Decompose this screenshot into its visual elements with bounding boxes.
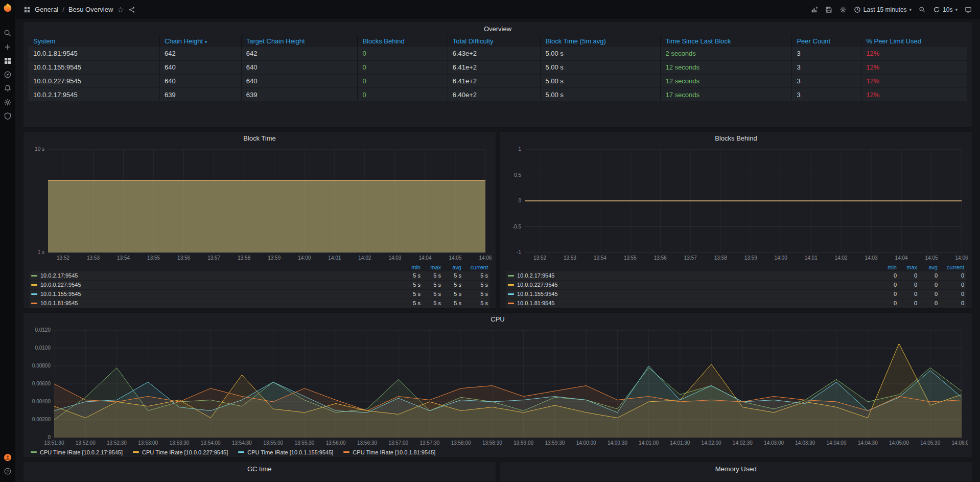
- legend-series-toggle[interactable]: 10.0.1.81:9545: [508, 300, 876, 306]
- svg-text:13:54: 13:54: [594, 255, 606, 261]
- column-header[interactable]: System: [29, 35, 160, 47]
- refresh-interval-label: 10s: [943, 6, 952, 13]
- table-cell: 3: [792, 61, 861, 74]
- dashboard-settings-icon[interactable]: [839, 6, 847, 13]
- sidebar-item-dashboards[interactable]: [0, 54, 15, 67]
- legend-stat-current[interactable]: current: [461, 264, 488, 270]
- table-cell: 6.41e+2: [448, 75, 541, 87]
- cycle-view-mode-icon[interactable]: [965, 6, 972, 13]
- legend-series-toggle[interactable]: CPU Time IRate [10.0.0.227:9545]: [133, 449, 228, 455]
- svg-text:0: 0: [48, 434, 51, 440]
- column-header[interactable]: Chain Height ▾: [160, 35, 242, 47]
- column-header[interactable]: Block Time (5m avg): [541, 35, 661, 47]
- legend-stat-avg[interactable]: avg: [441, 264, 461, 270]
- refresh-picker[interactable]: 10s ▾: [933, 6, 958, 13]
- legend-stat-avg[interactable]: avg: [917, 264, 938, 270]
- legend-series-toggle[interactable]: CPU Time IRate [10.0.1.155:9545]: [238, 449, 333, 455]
- breadcrumb-folder[interactable]: General: [35, 6, 58, 13]
- sidebar-item-create[interactable]: [0, 40, 15, 54]
- legend-stat-max[interactable]: max: [897, 264, 917, 270]
- legend-series-toggle[interactable]: 10.0.2.17:9545: [31, 272, 400, 279]
- legend-series-toggle[interactable]: CPU Time IRate [10.0.1.81:9545]: [343, 449, 435, 455]
- legend-stat-current[interactable]: current: [938, 264, 964, 270]
- panel-title-memory-used[interactable]: Memory Used: [500, 462, 972, 475]
- overview-table-body: 10.0.1.81:954564264206.43e+25.00 s2 seco…: [29, 47, 967, 101]
- chevron-down-icon: ▾: [955, 7, 958, 12]
- panel-title-cpu[interactable]: CPU: [24, 313, 972, 326]
- legend-stat-min[interactable]: min: [400, 264, 421, 270]
- legend-stat-value: 0: [876, 282, 897, 288]
- legend-series-toggle[interactable]: 10.0.1.155:9545: [31, 291, 400, 297]
- grafana-logo[interactable]: [2, 3, 13, 14]
- table-cell: 12%: [861, 61, 967, 74]
- table-cell: 0: [358, 75, 448, 87]
- sidebar-item-configuration[interactable]: [0, 95, 15, 109]
- help-icon[interactable]: ?: [0, 464, 15, 478]
- table-cell: 5.00 s: [541, 47, 661, 60]
- series-color-icon: [31, 275, 37, 277]
- sidebar-item-explore[interactable]: [0, 67, 15, 81]
- block-time-legend: minmaxavgcurrent10.0.2.17:95455 s5 s5 s5…: [30, 264, 489, 308]
- sidebar-item-server-admin[interactable]: [0, 109, 15, 123]
- breadcrumb-dashboard-title[interactable]: Besu Overview: [68, 6, 113, 13]
- cpu-chart[interactable]: 13:51:3013:52:0013:52:3013:53:0013:53:30…: [28, 326, 968, 448]
- table-cell: 6.40e+2: [448, 88, 541, 101]
- svg-text:0.00600: 0.00600: [32, 381, 51, 386]
- column-header[interactable]: Target Chain Height: [242, 35, 358, 47]
- legend-stat-value: 5 s: [461, 272, 488, 279]
- legend-stat-min[interactable]: min: [876, 264, 897, 270]
- svg-text:14:04:30: 14:04:30: [858, 440, 878, 446]
- legend-series-toggle[interactable]: CPU Time IRate [10.0.2.17:9545]: [31, 449, 123, 455]
- svg-text:13:57:00: 13:57:00: [388, 440, 408, 446]
- legend-row: 10.0.0.227:95455 s5 s5 s5 s: [30, 281, 489, 289]
- cpu-legend: CPU Time IRate [10.0.2.17:9545]CPU Time …: [31, 449, 965, 455]
- legend-stat-max[interactable]: max: [421, 264, 441, 270]
- svg-text:13:53:30: 13:53:30: [169, 440, 189, 446]
- share-icon[interactable]: [128, 6, 135, 13]
- column-header[interactable]: Total Difficulty: [448, 35, 541, 47]
- save-dashboard-icon[interactable]: [825, 6, 832, 13]
- svg-text:14:01:00: 14:01:00: [639, 440, 659, 446]
- svg-text:14:00:00: 14:00:00: [576, 440, 596, 446]
- legend-stat-value: 5 s: [441, 272, 461, 279]
- topbar: General / Besu Overview ☆ Last 15 minute…: [15, 0, 980, 19]
- table-cell: 3: [792, 88, 861, 101]
- overview-table: SystemChain Height ▾Target Chain HeightB…: [29, 35, 967, 102]
- panel-title-overview[interactable]: Overview: [24, 22, 972, 35]
- panel-title-blocks-behind[interactable]: Blocks Behind: [500, 132, 972, 145]
- legend-series-toggle[interactable]: 10.0.0.227:9545: [508, 282, 876, 288]
- table-cell: 12%: [861, 88, 967, 101]
- star-icon[interactable]: ☆: [117, 6, 124, 13]
- panel-title-gc-time[interactable]: GC time: [24, 462, 496, 475]
- svg-text:13:51:30: 13:51:30: [44, 440, 64, 446]
- panel-overview: Overview SystemChain Height ▾Target Chai…: [23, 21, 972, 128]
- svg-text:13:59:00: 13:59:00: [514, 440, 533, 446]
- zoom-out-icon[interactable]: [919, 6, 926, 13]
- svg-text:14:01: 14:01: [805, 255, 818, 261]
- svg-text:0.00400: 0.00400: [32, 399, 51, 404]
- column-header[interactable]: Time Since Last Block: [661, 35, 792, 47]
- clock-icon: [854, 6, 861, 13]
- add-panel-icon[interactable]: [811, 6, 818, 13]
- legend-series-toggle[interactable]: 10.0.1.81:9545: [31, 300, 400, 306]
- blocks-behind-chart[interactable]: 13:5213:5313:5413:5513:5613:5713:5813:59…: [504, 145, 968, 263]
- svg-text:14:00:30: 14:00:30: [608, 440, 627, 446]
- user-avatar[interactable]: [0, 450, 15, 464]
- legend-series-toggle[interactable]: 10.0.0.227:9545: [31, 282, 400, 288]
- block-time-chart[interactable]: 13:5213:5313:5413:5513:5613:5713:5813:59…: [28, 145, 492, 263]
- table-row: 10.0.0.227:954564064006.41e+25.00 s12 se…: [29, 75, 967, 87]
- sidebar-item-alerting[interactable]: [0, 81, 15, 95]
- table-cell: 5.00 s: [541, 88, 661, 101]
- legend-series-toggle[interactable]: 10.0.2.17:9545: [508, 272, 876, 279]
- series-color-icon: [343, 451, 349, 453]
- column-header[interactable]: % Peer Limit Used: [861, 35, 967, 47]
- time-range-picker[interactable]: Last 15 minutes ▾: [854, 6, 912, 13]
- column-header[interactable]: Blocks Behind: [358, 35, 448, 47]
- svg-text:13:52:00: 13:52:00: [76, 440, 96, 446]
- sidebar-item-search[interactable]: [0, 26, 15, 40]
- legend-series-toggle[interactable]: 10.0.1.155:9545: [508, 291, 876, 297]
- panel-title-block-time[interactable]: Block Time: [24, 132, 496, 145]
- table-cell: 17 seconds: [661, 88, 792, 101]
- column-header[interactable]: Peer Count: [792, 35, 861, 47]
- legend-stat-value: 5 s: [421, 272, 441, 279]
